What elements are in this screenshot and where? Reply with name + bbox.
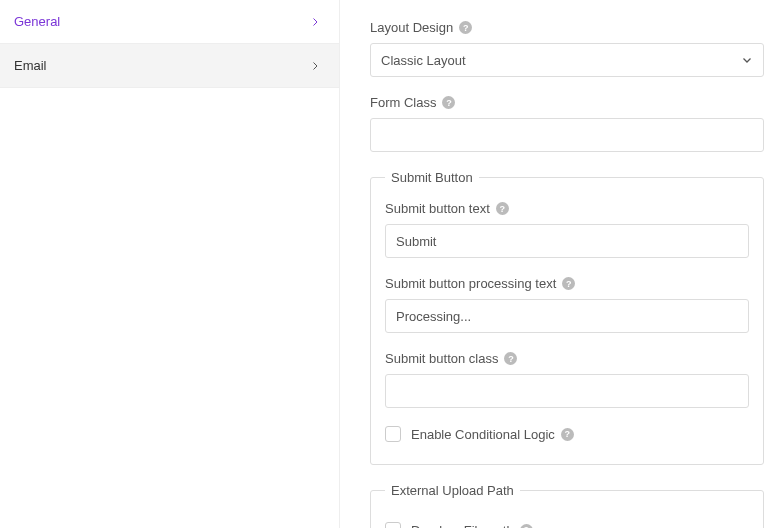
submit-text-field: Submit button text ? <box>385 201 749 258</box>
submit-processing-field: Submit button processing text ? <box>385 276 749 333</box>
help-icon[interactable]: ? <box>459 21 472 34</box>
form-class-input[interactable] <box>370 118 764 152</box>
layout-design-field: Layout Design ? Classic Layout <box>370 20 764 77</box>
form-class-field: Form Class ? <box>370 95 764 152</box>
sidebar-item-email[interactable]: Email <box>0 44 339 88</box>
external-upload-fieldset: External Upload Path Dropbox File path ?… <box>370 483 764 528</box>
help-icon[interactable]: ? <box>561 428 574 441</box>
external-upload-legend: External Upload Path <box>385 483 520 498</box>
submit-class-field: Submit button class ? <box>385 351 749 408</box>
sidebar-item-label: Email <box>14 58 47 73</box>
dropbox-label: Dropbox File path ? <box>411 523 533 529</box>
submit-processing-input[interactable] <box>385 299 749 333</box>
help-icon[interactable]: ? <box>442 96 455 109</box>
form-class-label: Form Class ? <box>370 95 764 110</box>
sidebar-item-general[interactable]: General <box>0 0 339 44</box>
chevron-right-icon <box>309 16 321 28</box>
submit-processing-label: Submit button processing text ? <box>385 276 749 291</box>
conditional-logic-checkbox[interactable] <box>385 426 401 442</box>
dropbox-checkbox[interactable] <box>385 522 401 528</box>
help-icon[interactable]: ? <box>504 352 517 365</box>
help-icon[interactable]: ? <box>496 202 509 215</box>
submit-class-input[interactable] <box>385 374 749 408</box>
dropbox-row: Dropbox File path ? <box>385 522 749 528</box>
submit-text-label: Submit button text ? <box>385 201 749 216</box>
help-icon[interactable]: ? <box>520 524 533 529</box>
layout-design-label: Layout Design ? <box>370 20 764 35</box>
conditional-logic-label: Enable Conditional Logic ? <box>411 427 574 442</box>
submit-text-input[interactable] <box>385 224 749 258</box>
submit-class-label: Submit button class ? <box>385 351 749 366</box>
submit-button-legend: Submit Button <box>385 170 479 185</box>
submit-button-fieldset: Submit Button Submit button text ? Submi… <box>370 170 764 465</box>
help-icon[interactable]: ? <box>562 277 575 290</box>
settings-sidebar: General Email <box>0 0 340 528</box>
chevron-right-icon <box>309 60 321 72</box>
layout-design-select[interactable]: Classic Layout <box>370 43 764 77</box>
settings-main: Layout Design ? Classic Layout Form Clas… <box>340 0 770 528</box>
sidebar-item-label: General <box>14 14 60 29</box>
conditional-logic-row: Enable Conditional Logic ? <box>385 426 749 442</box>
